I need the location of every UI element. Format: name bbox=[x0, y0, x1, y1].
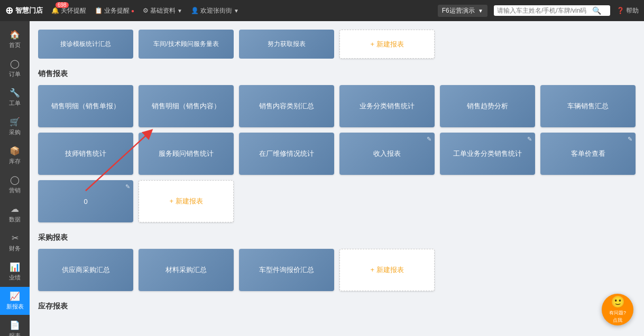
yewu2-icon: 📊 bbox=[10, 262, 20, 272]
sidebar-item-caiwu[interactable]: ✂ 财务 bbox=[0, 229, 30, 257]
card-nuli[interactable]: 努力获取报表 bbox=[239, 30, 334, 59]
f6-button[interactable]: F6运营演示 ▼ bbox=[438, 5, 487, 17]
card-gongyingshang[interactable]: 供应商采购汇总 bbox=[38, 249, 133, 291]
card-cheliang-xiaoshou[interactable]: 车辆销售汇总 bbox=[540, 85, 636, 127]
card-fuwu-guwen[interactable]: 服务顾问销售统计 bbox=[139, 133, 234, 175]
card-cailiao-label: 材料采购汇总 bbox=[165, 265, 207, 275]
xinbaobiao-icon: 📈 bbox=[10, 291, 20, 301]
sidebar-yingxiao-label: 营销 bbox=[9, 186, 21, 194]
nav-user[interactable]: 👤 欢迎张街街 ▼ bbox=[191, 6, 239, 15]
card-keshanjia[interactable]: ✎ 客单价查看 bbox=[540, 133, 636, 175]
sidebar-xinbaobiao-label: 新报表 bbox=[6, 303, 24, 311]
caigou-icon: 🛒 bbox=[10, 117, 20, 127]
card-cheliang-xunhui[interactable]: 车型件询报价汇总 bbox=[239, 249, 334, 291]
card-jishu-label: 车间/技术顾问服务量表 bbox=[153, 40, 218, 49]
card-xiaoshou-single[interactable]: 销售明细（销售单报） bbox=[38, 85, 133, 127]
card-zero[interactable]: ✎ 0 bbox=[38, 180, 133, 222]
sales-new-card[interactable]: + 新建报表 bbox=[139, 180, 234, 222]
card-cheliang-xunhui-label: 车型件询报价汇总 bbox=[259, 265, 314, 275]
sidebar-caiwu-label: 财务 bbox=[9, 245, 21, 253]
card-gongdan-yewu[interactable]: ✎ 工单业务分类销售统计 bbox=[440, 133, 535, 175]
card-nuli-label: 努力获取报表 bbox=[268, 40, 306, 49]
sidebar-caigou-label: 采购 bbox=[9, 128, 21, 136]
sidebar-order-label: 订单 bbox=[9, 70, 21, 78]
sidebar-home-label: 首页 bbox=[9, 41, 21, 49]
card-jiezhu[interactable]: 接诊模板统计汇总 bbox=[38, 30, 133, 59]
nav-yewu-label: 业务提醒 bbox=[104, 6, 130, 15]
baobiao-icon: 📄 bbox=[10, 320, 20, 330]
search-box: 🔍 bbox=[494, 5, 610, 16]
purchase-section-title: 采购报表 bbox=[38, 233, 636, 242]
question-icon: ❓ bbox=[617, 7, 624, 14]
order-icon: ◯ bbox=[10, 59, 20, 69]
sidebar-item-kucun[interactable]: 📦 库存 bbox=[0, 142, 30, 170]
help-label: 帮助 bbox=[626, 6, 639, 15]
card-yewu-fenlei[interactable]: 业务分类销售统计 bbox=[339, 85, 435, 127]
sidebar-item-xinbaobiao[interactable]: 📈 新报表 bbox=[0, 287, 30, 315]
yewu-icon: 📋 bbox=[95, 7, 103, 14]
shuju-icon: ☁ bbox=[11, 204, 19, 214]
help-button[interactable]: ❓ 帮助 bbox=[617, 6, 639, 15]
card-cheliang-xiaoshou-label: 车辆销售汇总 bbox=[567, 101, 609, 111]
top-new-card[interactable]: + 新建报表 bbox=[339, 30, 435, 59]
sales-section-title: 销售报表 bbox=[38, 69, 636, 79]
search-icon[interactable]: 🔍 bbox=[592, 6, 601, 15]
sidebar-item-caigou[interactable]: 🛒 采购 bbox=[0, 113, 30, 141]
yingxiao-icon: ◯ bbox=[10, 175, 20, 185]
sidebar-item-home[interactable]: 🏠 首页 bbox=[0, 25, 30, 53]
card-zaichang[interactable]: 在厂维修情况统计 bbox=[239, 133, 334, 175]
gongdan-icon: 🔧 bbox=[10, 88, 20, 98]
sidebar-item-yingxiao[interactable]: ◯ 营销 bbox=[0, 171, 30, 199]
f6-label: F6运营演示 bbox=[442, 7, 475, 14]
card-zero-label: 0 bbox=[84, 198, 87, 206]
nav-yewu[interactable]: 📋 业务提醒 ● bbox=[95, 6, 134, 15]
card-jishu[interactable]: 车间/技术顾问服务量表 bbox=[139, 30, 234, 59]
main-layout: 🏠 首页 ◯ 订单 🔧 工单 🛒 采购 📦 库存 ◯ 营销 ☁ 数据 ✂ bbox=[0, 21, 644, 336]
card-xiaoshou-leibie[interactable]: 销售内容类别汇总 bbox=[239, 85, 334, 127]
sales-new-card-label: + 新建报表 bbox=[169, 197, 203, 206]
sidebar-item-yewu2[interactable]: 📊 业绩 bbox=[0, 258, 30, 286]
purchase-new-card[interactable]: + 新建报表 bbox=[339, 249, 435, 291]
caiwu-icon: ✂ bbox=[12, 233, 19, 243]
card-cailiao[interactable]: 材料采购汇总 bbox=[139, 249, 234, 291]
home-icon: 🏠 bbox=[10, 30, 20, 40]
customer-section-title: 应存报表 bbox=[38, 302, 636, 311]
card-xiaoshou-content[interactable]: 销售明细（销售内容） bbox=[139, 85, 234, 127]
edit-icon-keshanjia: ✎ bbox=[628, 136, 632, 143]
search-input[interactable] bbox=[497, 7, 592, 14]
nav-guanhu[interactable]: 🔔 关怀提醒 698 bbox=[51, 6, 86, 15]
card-yewu-fenlei-label: 业务分类销售统计 bbox=[360, 101, 415, 111]
sidebar-item-order[interactable]: ◯ 订单 bbox=[0, 54, 30, 82]
card-xiaoshou-single-label: 销售明细（销售单报） bbox=[51, 101, 120, 111]
chat-line1: 有问题? bbox=[609, 310, 626, 316]
card-zaichang-label: 在厂维修情况统计 bbox=[259, 149, 314, 158]
top-partial-row: 接诊模板统计汇总 车间/技术顾问服务量表 努力获取报表 + 新建报表 bbox=[38, 30, 636, 59]
nav-jichuziliao-label: 基础资料 bbox=[150, 6, 176, 15]
card-shouru[interactable]: ✎ 收入报表 bbox=[339, 133, 435, 175]
card-xiaoshou-leibie-label: 销售内容类别汇总 bbox=[259, 101, 314, 111]
sidebar-item-gongdan[interactable]: 🔧 工单 bbox=[0, 83, 30, 111]
edit-icon-shouru: ✎ bbox=[427, 136, 431, 143]
sidebar-shuju-label: 数据 bbox=[9, 216, 21, 223]
card-jiezhu-label: 接诊模板统计汇总 bbox=[60, 40, 111, 49]
sidebar-kucun-label: 库存 bbox=[9, 157, 21, 165]
logo-text: 智慧门店 bbox=[15, 6, 43, 15]
top-navigation: ⊕ 智慧门店 🔔 关怀提醒 698 📋 业务提醒 ● ⚙ 基础资料 ▼ 👤 欢迎… bbox=[0, 0, 644, 21]
sidebar: 🏠 首页 ◯ 订单 🔧 工单 🛒 采购 📦 库存 ◯ 营销 ☁ 数据 ✂ bbox=[0, 21, 30, 336]
nav-jichuziliao[interactable]: ⚙ 基础资料 ▼ bbox=[143, 6, 182, 15]
sidebar-item-baobiao[interactable]: 📄 报表 bbox=[0, 316, 30, 336]
chat-line2: 点我 bbox=[613, 317, 622, 324]
logo-icon: ⊕ bbox=[5, 5, 13, 16]
chat-bubble[interactable]: 🙂 有问题? 点我 bbox=[602, 294, 633, 325]
card-xiaoshou-content-label: 销售明细（销售内容） bbox=[152, 101, 220, 111]
edit-icon-zero: ✎ bbox=[125, 183, 130, 190]
card-keshanjia-label: 客单价查看 bbox=[571, 149, 605, 158]
gear-icon: ⚙ bbox=[143, 7, 149, 14]
card-jishu-xiaoshou[interactable]: 技师销售统计 bbox=[38, 133, 133, 175]
sidebar-gongdan-label: 工单 bbox=[9, 99, 21, 107]
card-xiaoshou-qushi-label: 销售趋势分析 bbox=[467, 101, 508, 111]
sidebar-item-shuju[interactable]: ☁ 数据 bbox=[0, 200, 30, 228]
card-xiaoshou-qushi[interactable]: 销售趋势分析 bbox=[440, 85, 535, 127]
bell-icon: 🔔 bbox=[51, 7, 59, 14]
card-gongdan-label: 工单业务分类销售统计 bbox=[453, 149, 522, 158]
